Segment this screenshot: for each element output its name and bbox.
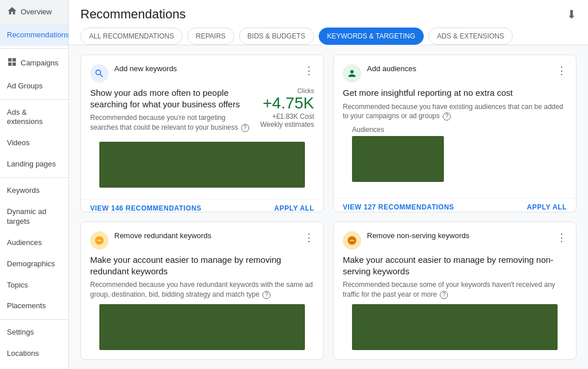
sidebar-item-label: Videos <box>7 138 30 148</box>
sidebar-item-label: Ad Groups <box>7 81 42 91</box>
sidebar-item-label: Recommendations <box>7 30 69 40</box>
card-remove-nonserving-desc: Recommended because some of your keyword… <box>343 280 567 300</box>
sidebar-item-videos[interactable]: Videos <box>0 133 68 154</box>
card-remove-redundant-more[interactable]: ⋮ <box>304 231 314 244</box>
sidebar-item-landing-pages[interactable]: Landing pages <box>0 154 68 175</box>
sidebar-item-recommendations[interactable]: Recommendations <box>0 25 68 46</box>
card-add-keywords-headline: Show your ads more often to people searc… <box>90 87 253 110</box>
sidebar-item-demographics[interactable]: Demographics <box>0 254 68 275</box>
sidebar-item-placements[interactable]: Placements <box>0 296 68 317</box>
sidebar-item-label: Ads & extensions <box>7 108 61 127</box>
minus-icon <box>90 231 109 250</box>
card-add-audiences-desc: Recommended because you have existing au… <box>343 102 567 122</box>
minus-circle-icon <box>343 231 361 250</box>
audiences-visual <box>352 136 444 182</box>
filter-tab-keywords-targeting[interactable]: KEYWORDS & TARGETING <box>319 28 424 45</box>
sidebar-item-label: Locations <box>7 349 39 359</box>
sidebar-item-label: Campaigns <box>21 59 59 68</box>
view-146-link[interactable]: VIEW 146 RECOMMENDATIONS <box>90 204 202 212</box>
home-icon <box>7 6 17 19</box>
search-icon <box>90 64 109 83</box>
card-remove-nonserving: Remove non-serving keywords ⋮ Make your … <box>333 222 577 360</box>
card-add-audiences-label: Add audiences <box>367 64 551 73</box>
sidebar-item-overview[interactable]: Overview <box>0 0 68 25</box>
sidebar-item-ad-schedule[interactable]: Ad schedule <box>0 364 68 369</box>
sidebar-item-topics[interactable]: Topics <box>0 275 68 296</box>
sidebar: Overview Recommendations Campaigns Ad Gr… <box>0 0 69 369</box>
sidebar-item-ad-groups[interactable]: Ad Groups <box>0 76 68 97</box>
sidebar-item-label: Topics <box>7 281 28 290</box>
card-add-audiences-more[interactable]: ⋮ <box>556 64 567 77</box>
sidebar-item-settings[interactable]: Settings <box>0 322 68 343</box>
sidebar-item-locations[interactable]: Locations <box>0 343 68 364</box>
filter-tab-ads-extensions[interactable]: ADS & EXTENSIONS <box>428 28 513 45</box>
card-remove-redundant-desc: Recommended because you have redundant k… <box>90 280 314 300</box>
filter-tab-all-recommendations[interactable]: ALL RECOMMENDATIONS <box>80 28 183 45</box>
card-add-audiences: Add audiences ⋮ Get more insightful repo… <box>333 55 577 212</box>
card-remove-redundant-headline: Make your account easier to manage by re… <box>90 254 314 277</box>
card-add-keywords-metrics: Clicks +4.75K +£1.83K Cost Weekly estima… <box>260 87 314 129</box>
card-remove-redundant-label: Remove redundant keywords <box>114 231 298 240</box>
info-icon[interactable]: ? <box>241 124 249 132</box>
filter-tab-bids-budgets[interactable]: BIDS & BUDGETS <box>239 28 314 45</box>
sidebar-item-audiences[interactable]: Audiences <box>0 232 68 254</box>
sidebar-item-label: Audiences <box>7 238 42 248</box>
grid-icon <box>7 57 17 70</box>
card-remove-nonserving-headline: Make your account easier to manage by re… <box>343 254 567 277</box>
sidebar-item-label: Overview <box>21 7 52 17</box>
sidebar-item-campaigns[interactable]: Campaigns <box>0 51 68 76</box>
sidebar-item-label: Settings <box>7 328 34 337</box>
sidebar-item-label: Placements <box>7 301 46 311</box>
sidebar-item-label: Dynamic ad targets <box>7 207 61 227</box>
sidebar-item-dynamic-ad-targets[interactable]: Dynamic ad targets <box>0 201 68 232</box>
card-add-keywords-footer: VIEW 146 RECOMMENDATIONS APPLY ALL <box>81 199 323 213</box>
card-add-audiences-footer: VIEW 127 RECOMMENDATIONS APPLY ALL <box>334 198 576 212</box>
view-127-link[interactable]: VIEW 127 RECOMMENDATIONS <box>343 203 454 211</box>
card-add-keywords-desc: Recommended because you're not targeting… <box>90 113 253 133</box>
card-add-audiences-headline: Get more insightful reporting at no extr… <box>343 87 567 99</box>
card-remove-redundant: Remove redundant keywords ⋮ Make your ac… <box>80 222 324 360</box>
topbar: Recommendations ⬇ ALL RECOMMENDATIONSREP… <box>69 0 588 45</box>
apply-all-button-2[interactable]: APPLY ALL <box>527 203 567 211</box>
info-icon-3[interactable]: ? <box>262 291 270 299</box>
card-remove-nonserving-visual <box>352 304 558 350</box>
card-add-keywords: Add new keywords ⋮ Show your ads more of… <box>80 55 324 212</box>
sidebar-item-ads-extensions[interactable]: Ads & extensions <box>0 102 68 133</box>
sidebar-item-label: Demographics <box>7 259 55 269</box>
card-remove-nonserving-label: Remove non-serving keywords <box>367 231 551 240</box>
audiences-section: Audiences <box>343 126 567 191</box>
info-icon-4[interactable]: ? <box>440 291 448 299</box>
card-add-keywords-visual <box>99 142 305 188</box>
info-icon-2[interactable]: ? <box>443 112 451 121</box>
cards-area: Add new keywords ⋮ Show your ads more of… <box>69 45 588 369</box>
main-content: Recommendations ⬇ ALL RECOMMENDATIONSREP… <box>69 0 588 369</box>
filter-tabs: ALL RECOMMENDATIONSREPAIRSBIDS & BUDGETS… <box>80 28 577 45</box>
sidebar-item-label: Keywords <box>7 186 40 196</box>
person-icon <box>343 64 361 83</box>
card-add-keywords-label: Add new keywords <box>114 64 298 73</box>
card-remove-nonserving-more[interactable]: ⋮ <box>556 231 567 244</box>
page-title: Recommendations <box>80 7 185 22</box>
sidebar-item-label: Landing pages <box>7 160 56 169</box>
sidebar-item-keywords[interactable]: Keywords <box>0 180 68 201</box>
download-icon[interactable]: ⬇ <box>567 7 577 21</box>
apply-all-button-1[interactable]: APPLY ALL <box>274 204 314 212</box>
filter-tab-repairs[interactable]: REPAIRS <box>187 28 234 45</box>
card-add-keywords-more[interactable]: ⋮ <box>304 64 314 77</box>
card-remove-redundant-visual <box>99 304 305 350</box>
